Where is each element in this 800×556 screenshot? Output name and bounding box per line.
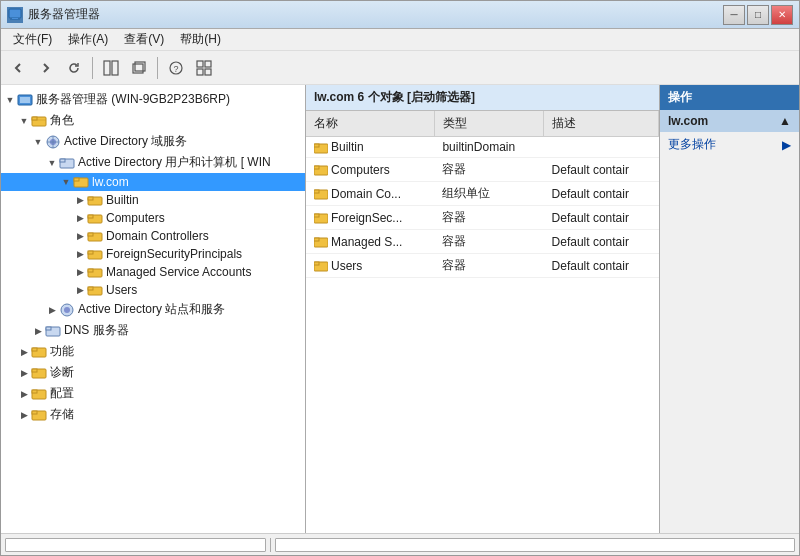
svg-rect-32 xyxy=(88,251,93,254)
icon-root xyxy=(17,93,33,107)
col-desc[interactable]: 描述 xyxy=(544,111,659,137)
tree-item-lwcom[interactable]: ▼ lw.com xyxy=(1,173,305,191)
close-button[interactable]: ✕ xyxy=(771,5,793,25)
expander-lwcom[interactable]: ▼ xyxy=(59,175,73,189)
expander-ad-domain[interactable]: ▼ xyxy=(31,135,45,149)
content-table[interactable]: 名称 类型 描述 BuiltinbuiltinDomain Computers容… xyxy=(306,111,659,533)
menu-action[interactable]: 操作(A) xyxy=(60,29,116,50)
svg-point-38 xyxy=(64,307,70,313)
tree-item-ad-sites[interactable]: ▶ Active Directory 站点和服务 xyxy=(1,299,305,320)
show-hide-button[interactable] xyxy=(98,55,124,81)
tree-item-storage[interactable]: ▶ 存储 xyxy=(1,404,305,425)
svg-rect-50 xyxy=(314,144,319,147)
expander-dc[interactable]: ▶ xyxy=(73,229,87,243)
tree-item-roles[interactable]: ▼ 角色 xyxy=(1,110,305,131)
expander-users[interactable]: ▶ xyxy=(73,283,87,297)
menu-file[interactable]: 文件(F) xyxy=(5,29,60,50)
row-folder-icon xyxy=(314,259,331,273)
tree-item-features[interactable]: ▶ 功能 xyxy=(1,341,305,362)
tree-builtin-label: Builtin xyxy=(106,193,139,207)
expander-config[interactable]: ▶ xyxy=(17,387,31,401)
grid-button[interactable] xyxy=(191,55,217,81)
tree-item-dc[interactable]: ▶ Domain Controllers xyxy=(1,227,305,245)
icon-storage xyxy=(31,408,47,422)
cell-desc: Default contair xyxy=(544,206,659,230)
expander-root[interactable]: ▼ xyxy=(3,93,17,107)
arrow-right-icon: ▶ xyxy=(782,138,791,152)
cell-desc: Default contair xyxy=(544,182,659,206)
cell-desc: Default contair xyxy=(544,254,659,278)
tree-item-users[interactable]: ▶ Users xyxy=(1,281,305,299)
tree-item-fsp[interactable]: ▶ ForeignSecurityPrincipals xyxy=(1,245,305,263)
tree-item-dns[interactable]: ▶ DNS 服务器 xyxy=(1,320,305,341)
expander-ad-users[interactable]: ▼ xyxy=(45,156,59,170)
table-row[interactable]: Computers容器Default contair xyxy=(306,158,659,182)
back-button[interactable] xyxy=(5,55,31,81)
tree-diagnostics-label: 诊断 xyxy=(50,364,74,381)
toolbar-sep-1 xyxy=(92,57,93,79)
minimize-button[interactable]: ─ xyxy=(723,5,745,25)
table-row[interactable]: Managed S...容器Default contair xyxy=(306,230,659,254)
tree-item-diagnostics[interactable]: ▶ 诊断 xyxy=(1,362,305,383)
new-window-button[interactable] xyxy=(126,55,152,81)
actions-header: 操作 xyxy=(660,85,799,110)
tree-ad-domain-label: Active Directory 域服务 xyxy=(64,133,187,150)
actions-domain[interactable]: lw.com ▲ xyxy=(660,110,799,132)
svg-rect-56 xyxy=(314,214,319,217)
main-window: 服务器管理器 ─ □ ✕ 文件(F) 操作(A) 查看(V) 帮助(H) xyxy=(0,0,800,556)
expander-dns[interactable]: ▶ xyxy=(31,324,45,338)
expander-computers[interactable]: ▶ xyxy=(73,211,87,225)
svg-rect-58 xyxy=(314,238,319,241)
tree-root-label: 服务器管理器 (WIN-9GB2P23B6RP) xyxy=(36,91,230,108)
refresh-button[interactable] xyxy=(61,55,87,81)
svg-rect-3 xyxy=(104,61,110,75)
scrollbar-content[interactable] xyxy=(275,538,795,552)
expander-storage[interactable]: ▶ xyxy=(17,408,31,422)
icon-lwcom xyxy=(73,175,89,189)
expander-fsp[interactable]: ▶ xyxy=(73,247,87,261)
table-row[interactable]: ForeignSec...容器Default contair xyxy=(306,206,659,230)
tree-storage-label: 存储 xyxy=(50,406,74,423)
svg-rect-2 xyxy=(10,19,20,20)
expander-features[interactable]: ▶ xyxy=(17,345,31,359)
scrollbar-tree[interactable] xyxy=(5,538,266,552)
tree-computers-label: Computers xyxy=(106,211,165,225)
col-name[interactable]: 名称 xyxy=(306,111,434,137)
expander-builtin[interactable]: ▶ xyxy=(73,193,87,207)
tree-panel[interactable]: ▼ 服务器管理器 (WIN-9GB2P23B6RP) ▼ xyxy=(1,85,306,533)
maximize-button[interactable]: □ xyxy=(747,5,769,25)
expander-diagnostics[interactable]: ▶ xyxy=(17,366,31,380)
col-type[interactable]: 类型 xyxy=(434,111,543,137)
expander-msa[interactable]: ▶ xyxy=(73,265,87,279)
expander-ad-sites[interactable]: ▶ xyxy=(45,303,59,317)
menu-view[interactable]: 查看(V) xyxy=(116,29,172,50)
table-row[interactable]: BuiltinbuiltinDomain xyxy=(306,137,659,158)
expander-roles[interactable]: ▼ xyxy=(17,114,31,128)
window-title: 服务器管理器 xyxy=(28,6,100,23)
tree-item-computers[interactable]: ▶ Computers xyxy=(1,209,305,227)
tree-ad-users-label: Active Directory 用户和计算机 [ WIN xyxy=(78,154,271,171)
tree-item-msa[interactable]: ▶ Managed Service Accounts xyxy=(1,263,305,281)
content-header: lw.com 6 个对象 [启动筛选器] xyxy=(306,85,659,111)
titlebar-left: 服务器管理器 xyxy=(7,6,100,23)
forward-button[interactable] xyxy=(33,55,59,81)
help-button[interactable]: ? xyxy=(163,55,189,81)
tree-msa-label: Managed Service Accounts xyxy=(106,265,251,279)
table-row[interactable]: Domain Co...组织单位Default contair xyxy=(306,182,659,206)
table-row[interactable]: Users容器Default contair xyxy=(306,254,659,278)
tree-item-ad-domain[interactable]: ▼ Active Directory 域服务 xyxy=(1,131,305,152)
tree-ad-sites-label: Active Directory 站点和服务 xyxy=(78,301,225,318)
tree-item-ad-users[interactable]: ▼ Active Directory 用户和计算机 [ WIN xyxy=(1,152,305,173)
tree-roles-label: 角色 xyxy=(50,112,74,129)
svg-rect-42 xyxy=(32,348,37,351)
cell-type: 容器 xyxy=(434,254,543,278)
menu-help[interactable]: 帮助(H) xyxy=(172,29,229,50)
tree-item-root[interactable]: ▼ 服务器管理器 (WIN-9GB2P23B6RP) xyxy=(1,89,305,110)
actions-more[interactable]: 更多操作 ▶ xyxy=(660,132,799,157)
statusbar xyxy=(1,533,799,555)
icon-diagnostics xyxy=(31,366,47,380)
cell-type: 容器 xyxy=(434,206,543,230)
row-folder-icon xyxy=(314,211,331,225)
tree-item-config[interactable]: ▶ 配置 xyxy=(1,383,305,404)
tree-item-builtin[interactable]: ▶ Builtin xyxy=(1,191,305,209)
